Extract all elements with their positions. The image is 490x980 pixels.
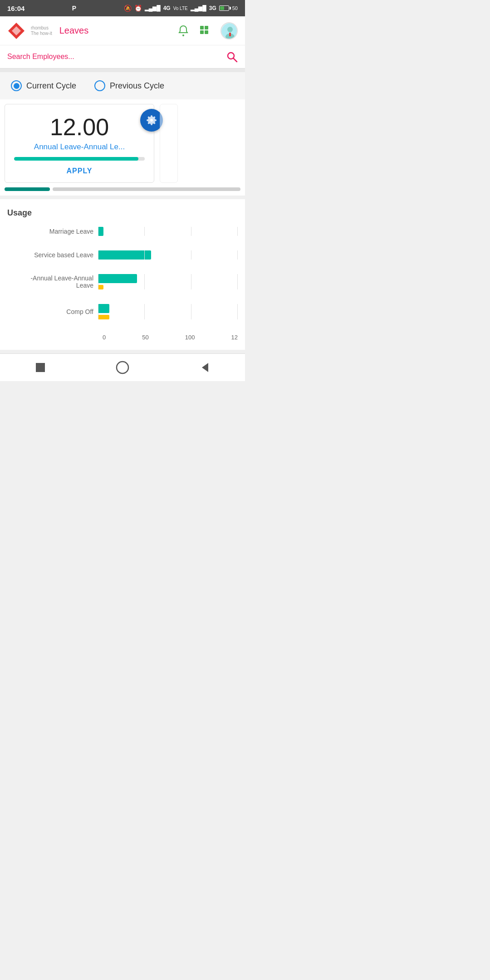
app-bar: rhombus The how-it Leaves (0, 16, 245, 45)
scroll-active (5, 187, 50, 191)
leave-progress-bar (14, 157, 145, 161)
leave-cards-scroll[interactable]: 12.00 Annual Leave-Annual Le... APPLY (0, 99, 245, 183)
chart-row-annual: -Annual Leave-Annual Leave (12, 274, 238, 289)
battery-indicator: 50 (219, 5, 238, 11)
chart-bars-compoff (98, 304, 238, 319)
cycle-selector: Current Cycle Previous Cycle (0, 72, 245, 99)
signal2-icon: ▂▄▆█ (191, 5, 206, 11)
app-bar-icons (177, 22, 238, 39)
svg-rect-4 (205, 26, 208, 29)
svg-rect-3 (200, 26, 204, 29)
back-icon (198, 361, 211, 374)
signal-icon: ▂▄▆█ (145, 5, 161, 11)
settings-icon (146, 115, 157, 126)
scroll-inactive (53, 187, 240, 191)
status-icons: 🔕 ⏰ ▂▄▆█ 4G Vo LTE ▂▄▆█ 3G 50 (124, 5, 238, 12)
svg-marker-15 (202, 363, 208, 372)
nav-back-button[interactable] (198, 361, 211, 374)
chart-grid-annual (98, 274, 238, 289)
grid-icon[interactable] (199, 24, 211, 37)
chart-row-service: Service based Leave (12, 250, 238, 260)
status-time: 16:04 (7, 5, 24, 12)
status-bar: 16:04 P 🔕 ⏰ ▂▄▆█ 4G Vo LTE ▂▄▆█ 3G 50 (0, 0, 245, 16)
cards-inner: 12.00 Annual Leave-Annual Le... APPLY (5, 104, 178, 183)
current-cycle-radio[interactable] (11, 80, 22, 91)
vo-lte: Vo LTE (173, 6, 188, 11)
leave-name: Annual Leave-Annual Le... (14, 142, 145, 152)
svg-line-12 (233, 58, 237, 62)
svg-rect-13 (36, 363, 45, 372)
leave-progress-fill (14, 157, 138, 161)
x-axis-labels: 0 50 100 12 (103, 334, 238, 341)
scroll-indicator (0, 183, 245, 196)
search-icon[interactable] (226, 51, 238, 63)
search-bar[interactable] (0, 45, 245, 69)
chart-grid-compoff (98, 304, 238, 319)
circle-icon (115, 360, 130, 375)
chart-label-annual: -Annual Leave-Annual Leave (12, 274, 98, 289)
network-4g: 4G (163, 5, 171, 11)
chart-row-compoff: Comp Off (12, 304, 238, 319)
chart-grid-service (98, 250, 238, 260)
network-3g: 3G (209, 5, 216, 11)
usage-chart: Marriage Leave Service based Le (7, 227, 238, 341)
chart-x-axis: 0 50 100 12 (12, 334, 238, 341)
previous-cycle-option[interactable]: Previous Cycle (94, 80, 164, 91)
x-label-12: 12 (231, 334, 238, 341)
previous-cycle-label: Previous Cycle (110, 81, 164, 91)
x-label-50: 50 (142, 334, 148, 341)
search-input[interactable] (7, 53, 226, 61)
chart-bars-service (98, 250, 238, 260)
current-cycle-radio-fill (14, 83, 20, 89)
usage-section: Usage Marriage Leave (0, 199, 245, 350)
notification-icon[interactable] (177, 24, 190, 37)
x-label-0: 0 (103, 334, 106, 341)
svg-rect-10 (229, 33, 231, 36)
bottom-nav (0, 353, 245, 381)
nav-square-button[interactable] (34, 361, 47, 374)
svg-point-8 (227, 27, 233, 32)
svg-rect-5 (200, 30, 204, 34)
usage-title: Usage (7, 208, 238, 218)
leave-count: 12.00 (14, 113, 145, 141)
leave-card: 12.00 Annual Leave-Annual Le... APPLY (5, 104, 154, 183)
square-icon (34, 361, 47, 374)
battery-level: 50 (232, 5, 238, 11)
current-cycle-label: Current Cycle (26, 81, 76, 91)
svg-rect-6 (205, 30, 208, 34)
brand-name: rhombus The how-it (31, 25, 52, 36)
chart-label-service: Service based Leave (12, 251, 98, 259)
chart-bars-annual (98, 274, 238, 289)
chart-row-marriage: Marriage Leave (12, 227, 238, 236)
svg-point-14 (117, 362, 128, 373)
svg-point-2 (182, 34, 184, 36)
logo-icon (7, 22, 25, 40)
previous-cycle-radio[interactable] (94, 80, 105, 91)
mute-icon: 🔕 (124, 5, 132, 12)
nav-home-button[interactable] (115, 360, 130, 375)
chart-bars-marriage (98, 227, 238, 236)
apply-button[interactable]: APPLY (14, 167, 145, 175)
status-carrier: P (72, 5, 76, 12)
chart-label-compoff: Comp Off (12, 308, 98, 315)
avatar[interactable] (220, 22, 238, 39)
current-cycle-option[interactable]: Current Cycle (11, 80, 76, 91)
next-card-ghost (160, 104, 178, 183)
section-divider (0, 69, 245, 72)
chart-grid-marriage (98, 227, 238, 236)
page-title: Leaves (59, 25, 177, 36)
alarm-icon: ⏰ (134, 5, 142, 12)
chart-label-marriage: Marriage Leave (12, 228, 98, 235)
x-label-100: 100 (185, 334, 195, 341)
